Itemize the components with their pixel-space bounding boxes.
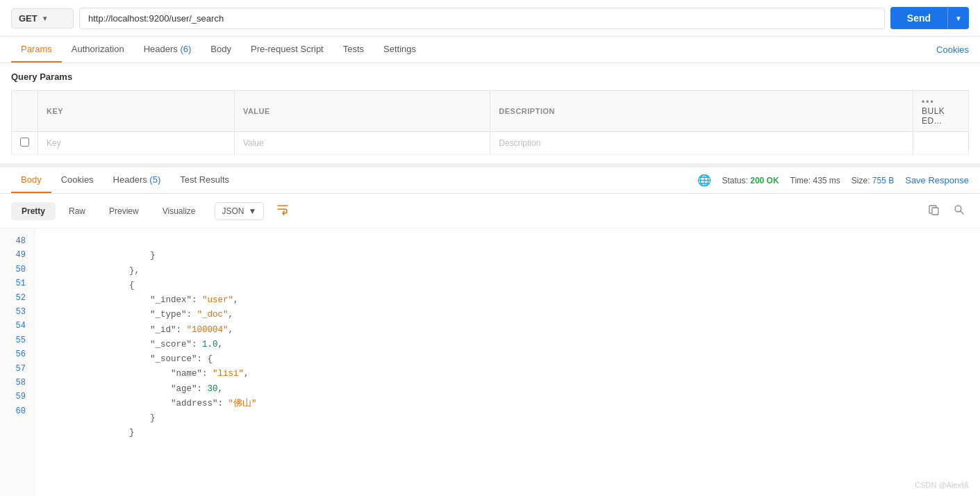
tab-pre-request-script[interactable]: Pre-request Script (241, 37, 333, 63)
th-actions: ••• Bulk Ed... (913, 91, 969, 132)
tab-authorization[interactable]: Authorization (62, 37, 134, 63)
line-num-48: 48 (8, 234, 26, 248)
line-numbers: 48 49 50 51 52 53 54 55 56 57 58 59 60 (0, 229, 35, 496)
value-cell[interactable]: Value (234, 132, 490, 155)
line-num-50: 50 (8, 263, 26, 276)
format-pretty[interactable]: Pretty (11, 202, 56, 220)
th-value: VALUE (234, 91, 490, 132)
line-num-52: 52 (8, 291, 26, 305)
more-options-icon[interactable]: ••• (922, 97, 935, 106)
row-checkbox[interactable] (20, 138, 29, 147)
code-content: } }, { "_index": "user", "_type": "_doc"… (35, 229, 980, 496)
line-num-51: 51 (8, 276, 26, 290)
line-num-59: 59 (8, 390, 26, 404)
send-btn-group: Send ▼ (890, 7, 969, 29)
resp-tab-headers[interactable]: Headers (5) (103, 167, 171, 193)
th-key: KEY (38, 91, 235, 132)
tab-body[interactable]: Body (201, 37, 241, 63)
save-response-button[interactable]: Save Response (905, 175, 969, 185)
row-checkbox-cell (12, 132, 38, 155)
size-value: 755 B (872, 176, 894, 185)
url-bar: GET ▼ Send ▼ (0, 0, 980, 37)
key-cell[interactable]: Key (38, 132, 235, 155)
time-value: 435 ms (813, 176, 840, 185)
format-visualize[interactable]: Visualize (152, 202, 206, 220)
status-text: Status: 200 OK (722, 176, 779, 185)
bulk-edit-button[interactable]: Bulk Ed... (922, 106, 945, 126)
url-input[interactable] (79, 8, 885, 29)
actions-cell (913, 132, 969, 155)
send-button[interactable]: Send (890, 7, 947, 29)
line-num-57: 57 (8, 362, 26, 376)
wrap-button[interactable] (269, 199, 296, 222)
svg-line-2 (961, 211, 963, 214)
copy-button[interactable] (924, 201, 944, 221)
tab-params[interactable]: Params (11, 37, 62, 63)
tab-headers[interactable]: Headers (6) (134, 37, 201, 63)
search-button[interactable] (949, 201, 969, 221)
cookies-link[interactable]: Cookies (936, 44, 969, 55)
response-meta: 🌐 Status: 200 OK Time: 435 ms Size: 755 … (697, 174, 970, 187)
status-value: 200 OK (750, 176, 779, 185)
line-num-55: 55 (8, 333, 26, 347)
params-table: KEY VALUE DESCRIPTION ••• Bulk Ed... (11, 90, 969, 155)
tab-settings[interactable]: Settings (374, 37, 426, 63)
line-num-53: 53 (8, 305, 26, 319)
th-description: DESCRIPTION (490, 91, 913, 132)
method-selector[interactable]: GET ▼ (11, 8, 74, 28)
size-text: Size: 755 B (852, 176, 894, 185)
format-preview[interactable]: Preview (99, 202, 149, 220)
code-area: 48 49 50 51 52 53 54 55 56 57 58 59 60 }… (0, 229, 980, 496)
request-tabs: Params Authorization Headers (6) Body Pr… (0, 37, 980, 63)
description-cell[interactable]: Description (490, 132, 913, 155)
resp-tab-cookies[interactable]: Cookies (51, 167, 103, 193)
time-text: Time: 435 ms (790, 176, 840, 185)
table-row: Key Value Description (12, 132, 969, 155)
json-format-selector[interactable]: JSON ▼ (215, 202, 265, 220)
response-toolbar: Pretty Raw Preview Visualize JSON ▼ (0, 194, 980, 229)
line-num-56: 56 (8, 347, 26, 361)
globe-icon: 🌐 (697, 174, 711, 187)
resp-tab-test-results[interactable]: Test Results (170, 167, 239, 193)
send-dropdown-button[interactable]: ▼ (947, 7, 969, 29)
tab-tests[interactable]: Tests (333, 37, 374, 63)
toolbar-right (924, 201, 969, 221)
format-raw[interactable]: Raw (58, 202, 96, 220)
line-num-49: 49 (8, 248, 26, 262)
query-params-section: Query Params KEY VALUE DESCRIPTION ••• B… (0, 63, 980, 163)
line-num-60: 60 (8, 404, 26, 418)
query-params-title: Query Params (11, 72, 969, 82)
response-tabs-bar: Body Cookies Headers (5) Test Results 🌐 … (0, 167, 980, 194)
method-label: GET (19, 13, 38, 24)
response-section: Body Cookies Headers (5) Test Results 🌐 … (0, 167, 980, 496)
method-chevron: ▼ (42, 15, 49, 22)
th-checkbox (12, 91, 38, 132)
app-container: GET ▼ Send ▼ Params Authorization Header… (0, 0, 980, 496)
watermark: CSDN @Alex镇 (915, 480, 969, 490)
resp-tab-body[interactable]: Body (11, 167, 51, 193)
line-num-58: 58 (8, 376, 26, 390)
svg-rect-0 (932, 208, 938, 215)
line-num-54: 54 (8, 319, 26, 333)
